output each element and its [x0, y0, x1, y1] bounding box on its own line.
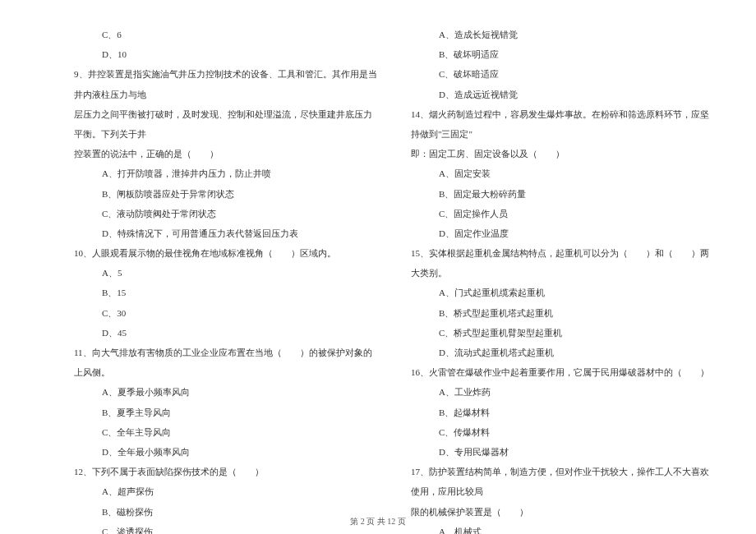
question-14-cont: 即：固定工房、固定设备以及（ ） — [411, 144, 715, 163]
question-12: 12、下列不属于表面缺陷探伤技术的是（ ） — [74, 462, 378, 481]
option-text: D、造成远近视错觉 — [411, 85, 715, 104]
option-text: B、桥式型起重机塔式起重机 — [411, 303, 715, 323]
option-text: D、特殊情况下，可用普通压力表代替返回压力表 — [74, 223, 378, 243]
option-text: C、30 — [74, 303, 378, 323]
question-9-cont: 层压力之间平衡被打破时，及时发现、控制和处理溢流，尽快重建井底压力平衡。下列关于… — [74, 104, 378, 144]
option-text: B、闸板防喷器应处于异常闭状态 — [74, 184, 378, 204]
option-text: C、桥式型起重机臂架型起重机 — [411, 323, 715, 343]
left-column: C、6 D、10 9、井控装置是指实施油气井压力控制技术的设备、工具和管汇。其作… — [74, 25, 378, 534]
question-9-cont: 控装置的说法中，正确的是（ ） — [74, 144, 378, 163]
option-text: C、固定操作人员 — [411, 204, 715, 223]
option-text: A、固定安装 — [411, 163, 715, 183]
option-text: B、15 — [74, 283, 378, 302]
option-text: C、6 — [74, 25, 378, 44]
page-content: C、6 D、10 9、井控装置是指实施油气井压力控制技术的设备、工具和管汇。其作… — [0, 0, 756, 534]
option-text: A、超声探伤 — [74, 481, 378, 501]
option-text: D、固定作业温度 — [411, 223, 715, 243]
question-14: 14、烟火药制造过程中，容易发生爆炸事故。在粉碎和筛选原料环节，应坚持做到"三固… — [411, 104, 715, 144]
option-text: C、液动防喷阀处于常闭状态 — [74, 204, 378, 223]
question-10: 10、人眼观看展示物的最佳视角在地域标准视角（ ）区域内。 — [74, 243, 378, 263]
question-11: 11、向大气排放有害物质的工业企业应布置在当地（ ）的被保护对象的上风侧。 — [74, 343, 378, 382]
question-16: 16、火雷管在爆破作业中起着重要作用，它属于民用爆破器材中的（ ） — [411, 362, 715, 382]
option-text: D、45 — [74, 323, 378, 343]
option-text: A、夏季最小频率风向 — [74, 382, 378, 402]
option-text: B、起爆材料 — [411, 403, 715, 422]
option-text: A、门式起重机缆索起重机 — [411, 283, 715, 302]
option-text: A、造成长短视错觉 — [411, 25, 715, 44]
option-text: A、工业炸药 — [411, 382, 715, 402]
option-text: B、夏季主导风向 — [74, 403, 378, 422]
option-text: D、专用民爆器材 — [411, 442, 715, 462]
option-text: D、10 — [74, 44, 378, 64]
question-9: 9、井控装置是指实施油气井压力控制技术的设备、工具和管汇。其作用是当井内液柱压力… — [74, 64, 378, 104]
option-text: B、破坏明适应 — [411, 44, 715, 64]
option-text: C、破坏暗适应 — [411, 64, 715, 84]
right-column: A、造成长短视错觉 B、破坏明适应 C、破坏暗适应 D、造成远近视错觉 14、烟… — [411, 25, 715, 534]
option-text: B、固定最大粉碎药量 — [411, 184, 715, 204]
question-17: 17、防护装置结构简单，制造方便，但对作业干扰较大，操作工人不大喜欢使用，应用比… — [411, 462, 715, 501]
option-text: C、传爆材料 — [411, 422, 715, 442]
option-text: C、全年主导风向 — [74, 422, 378, 442]
option-text: D、全年最小频率风向 — [74, 442, 378, 462]
option-text: A、打开防喷器，泄掉井内压力，防止井喷 — [74, 163, 378, 183]
option-text: D、流动式起重机塔式起重机 — [411, 343, 715, 362]
page-footer: 第 2 页 共 12 页 — [0, 516, 756, 527]
question-15: 15、实体根据起重机金属结构特点，起重机可以分为（ ）和（ ）两大类别。 — [411, 243, 715, 283]
option-text: A、5 — [74, 263, 378, 283]
